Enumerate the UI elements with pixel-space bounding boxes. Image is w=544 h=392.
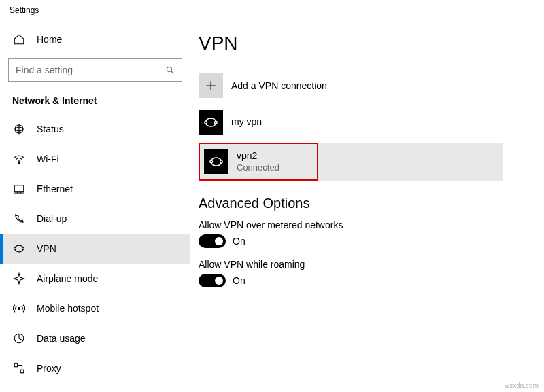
search-box[interactable] bbox=[8, 58, 182, 82]
svg-rect-5 bbox=[14, 185, 24, 192]
option-roaming-toggle[interactable] bbox=[199, 274, 226, 287]
search-icon bbox=[158, 59, 182, 81]
sidebar-item-datausage[interactable]: Data usage bbox=[0, 323, 190, 353]
svg-point-18 bbox=[215, 121, 218, 124]
vpn-connection-icon bbox=[199, 110, 223, 135]
watermark: wsxdn.com bbox=[505, 382, 539, 389]
vpn-entry-vpn2[interactable]: vpn2 Connected bbox=[199, 143, 318, 181]
sidebar-item-airplane[interactable]: Airplane mode bbox=[0, 264, 190, 293]
option-metered-label: Allow VPN over metered networks bbox=[199, 219, 503, 230]
svg-rect-13 bbox=[14, 363, 18, 367]
vpn-icon bbox=[12, 242, 26, 255]
svg-point-9 bbox=[14, 248, 16, 250]
sidebar-item-wifi[interactable]: Wi-Fi bbox=[0, 144, 190, 174]
svg-line-1 bbox=[171, 71, 173, 73]
sidebar-item-label: Wi-Fi bbox=[37, 154, 59, 164]
sidebar-item-label: Airplane mode bbox=[37, 273, 98, 284]
sidebar-item-status[interactable]: Status bbox=[0, 114, 190, 144]
sidebar-item-label: Data usage bbox=[37, 333, 86, 344]
sidebar: Home Network & Internet Status Wi-Fi bbox=[0, 18, 190, 392]
hotspot-icon bbox=[12, 302, 26, 315]
vpn-entry-status: Connected bbox=[237, 162, 279, 173]
svg-point-0 bbox=[167, 67, 171, 71]
option-metered-toggle[interactable] bbox=[199, 234, 226, 248]
status-icon bbox=[12, 122, 26, 136]
advanced-options-title: Advanced Options bbox=[199, 196, 503, 211]
sidebar-item-label: Mobile hotspot bbox=[37, 303, 99, 314]
add-vpn-button[interactable]: Add a VPN connection bbox=[199, 69, 503, 102]
sidebar-item-label: Ethernet bbox=[37, 183, 73, 194]
sidebar-item-label: Proxy bbox=[37, 363, 61, 374]
sidebar-item-label: VPN bbox=[37, 243, 56, 254]
sidebar-item-dialup[interactable]: Dial-up bbox=[0, 204, 190, 234]
home-label: Home bbox=[37, 34, 62, 45]
add-vpn-label: Add a VPN connection bbox=[231, 80, 327, 91]
vpn-entry-name: my vpn bbox=[231, 116, 262, 128]
option-metered-state: On bbox=[233, 236, 245, 247]
svg-point-19 bbox=[210, 160, 213, 163]
home-button[interactable]: Home bbox=[0, 26, 190, 53]
sidebar-item-ethernet[interactable]: Ethernet bbox=[0, 174, 190, 204]
search-input[interactable] bbox=[9, 59, 158, 81]
window-title: Settings bbox=[0, 0, 544, 18]
svg-rect-14 bbox=[20, 370, 24, 373]
svg-point-4 bbox=[18, 162, 20, 164]
option-roaming-state: On bbox=[233, 275, 245, 286]
sidebar-item-proxy[interactable]: Proxy bbox=[0, 353, 190, 383]
home-icon bbox=[12, 33, 26, 46]
airplane-icon bbox=[12, 272, 26, 285]
svg-point-10 bbox=[22, 248, 24, 250]
sidebar-category-label: Network & Internet bbox=[0, 91, 190, 114]
vpn-entry-myvpn[interactable]: my vpn bbox=[199, 106, 503, 139]
sidebar-item-hotspot[interactable]: Mobile hotspot bbox=[0, 293, 190, 323]
svg-point-17 bbox=[205, 121, 207, 124]
vpn-entry-name: vpn2 bbox=[237, 150, 279, 162]
main-content: VPN Add a VPN connection my vpn vpn2 bbox=[190, 18, 544, 392]
option-roaming-label: Allow VPN while roaming bbox=[199, 259, 503, 270]
sidebar-item-vpn[interactable]: VPN bbox=[0, 234, 190, 264]
page-title: VPN bbox=[199, 33, 503, 54]
ethernet-icon bbox=[12, 182, 26, 196]
svg-point-20 bbox=[220, 160, 223, 163]
plus-icon bbox=[199, 73, 223, 98]
sidebar-item-label: Dial-up bbox=[37, 213, 67, 224]
sidebar-item-label: Status bbox=[37, 124, 64, 135]
proxy-icon bbox=[12, 361, 26, 375]
datausage-icon bbox=[12, 332, 26, 345]
vpn-connection-icon bbox=[204, 149, 228, 174]
svg-point-11 bbox=[18, 308, 20, 310]
dialup-icon bbox=[12, 212, 26, 226]
wifi-icon bbox=[12, 152, 26, 166]
